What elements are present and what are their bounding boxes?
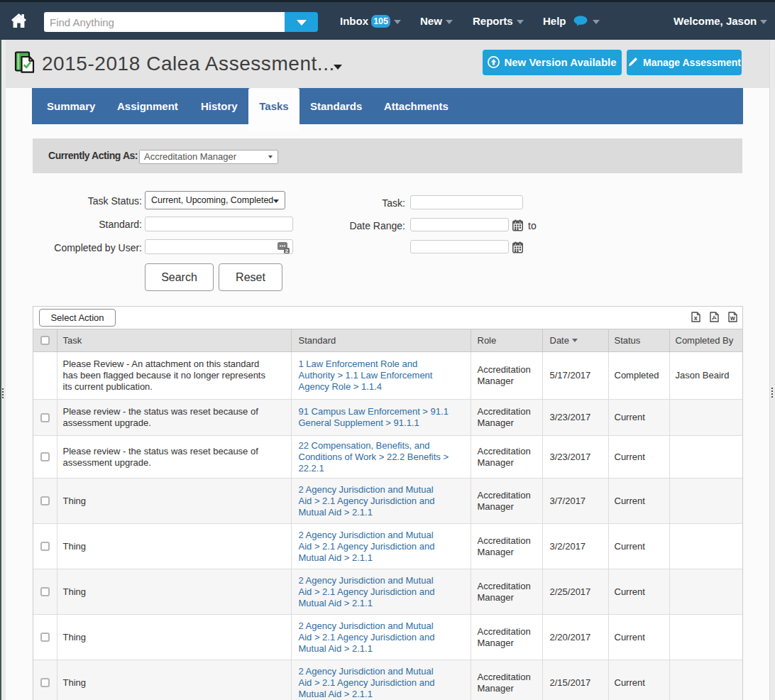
svg-text:x: x: [694, 315, 698, 322]
svg-text:2: 2: [285, 248, 289, 253]
svg-text:w: w: [730, 315, 735, 322]
